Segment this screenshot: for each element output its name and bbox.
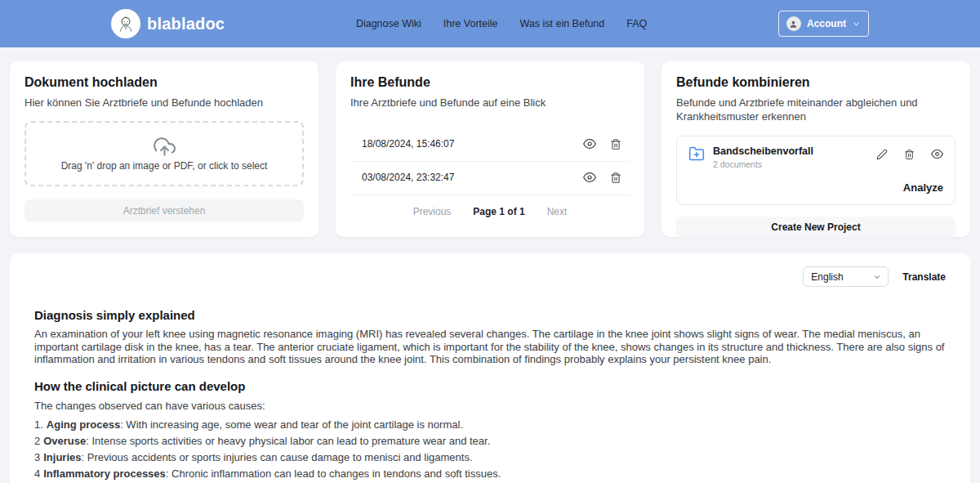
befund-row: 18/08/2024, 15:46:07 (350, 128, 630, 162)
upload-card-subtitle: Hier können Sie Arztbriefe und Befunde h… (24, 96, 304, 110)
befund-row: 03/08/2024, 23:32:47 (350, 162, 630, 195)
development-intro: The changes observed can have various ca… (34, 400, 946, 412)
translate-button[interactable]: Translate (902, 271, 946, 283)
cards-row: Dokument hochladen Hier können Sie Arztb… (0, 47, 980, 237)
app-header: blabladoc Diagnose Wiki Ihre Vorteile Wa… (0, 0, 980, 47)
upload-card-title: Dokument hochladen (24, 75, 304, 90)
project-card: Bandscheibenvorfall 2 documents (676, 136, 956, 205)
nav-item-ihre-vorteile[interactable]: Ihre Vorteile (443, 18, 498, 29)
diagnosis-paragraph: An examination of your left knee using m… (34, 328, 946, 366)
befunde-card: Ihre Befunde Ihre Arztbriefe und Befunde… (336, 61, 644, 237)
analyze-button[interactable]: Analyze (903, 181, 943, 194)
page-indicator: Page 1 of 1 (473, 206, 524, 217)
analyze-row: Analyze (688, 180, 943, 195)
list-item: 4Inflammatory processes: Chronic inflamm… (34, 466, 946, 482)
upload-card: Dokument hochladen Hier können Sie Arztb… (10, 61, 318, 237)
delete-project-button[interactable] (904, 149, 915, 160)
cause-description: : Intense sports activities or heavy phy… (86, 435, 490, 447)
diagnosis-heading: Diagnosis simply explained (34, 308, 946, 323)
cause-term: Inflammatory processes (43, 467, 166, 480)
diagnosis-panel: English Translate Diagnosis simply expla… (10, 253, 970, 483)
create-new-project-button[interactable]: Create New Project (676, 217, 956, 238)
delete-befund-button[interactable] (610, 138, 621, 150)
view-project-button[interactable] (931, 148, 943, 160)
pagination: Previous Page 1 of 1 Next (350, 206, 630, 217)
cause-description: : With increasing age, some wear and tea… (120, 418, 463, 431)
list-item: 2Overuse: Intense sports activities or h… (34, 433, 946, 449)
avatar-icon (786, 16, 801, 31)
combine-card: Befunde kombinieren Befunde und Arztbrie… (662, 61, 970, 237)
arztbrief-verstehen-button[interactable]: Arztbrief verstehen (24, 199, 304, 221)
cause-number: 3 (34, 451, 40, 463)
project-header: Bandscheibenvorfall 2 documents (688, 145, 943, 169)
delete-befund-button[interactable] (610, 172, 621, 184)
befunde-card-title: Ihre Befunde (350, 75, 630, 90)
nav-item-diagnose-wiki[interactable]: Diagnose Wiki (356, 18, 421, 29)
development-heading: How the clinical picture can develop (34, 379, 946, 394)
trash-icon (904, 149, 915, 160)
cause-number: 2 (34, 435, 40, 447)
language-select-value: English (811, 271, 843, 283)
cause-description: : Previous accidents or sports injuries … (81, 451, 472, 463)
header-container: blabladoc Diagnose Wiki Ihre Vorteile Wa… (111, 0, 869, 47)
project-doc-count: 2 documents (713, 159, 813, 169)
cause-number: 1. (34, 418, 43, 431)
befund-timestamp: 03/08/2024, 23:32:47 (362, 172, 454, 183)
nav-item-was-ist-ein-befund[interactable]: Was ist ein Befund (519, 18, 604, 29)
main-nav: Diagnose Wiki Ihre Vorteile Was ist ein … (356, 18, 647, 29)
eye-icon (583, 171, 596, 184)
edit-project-button[interactable] (876, 149, 888, 160)
main-content: Dokument hochladen Hier können Sie Arztb… (0, 47, 980, 483)
project-actions (876, 145, 943, 160)
next-page-button[interactable]: Next (547, 206, 568, 217)
view-befund-button[interactable] (583, 171, 596, 184)
file-dropzone[interactable]: Drag 'n' drop an image or PDF, or click … (24, 121, 304, 186)
befund-row-actions (583, 137, 621, 150)
cause-list: 1.Aging process: With increasing age, so… (34, 417, 946, 483)
combine-card-title: Befunde kombinieren (676, 75, 956, 90)
befunde-list: 18/08/2024, 15:46:07 03/08/2024, 23:32:4… (350, 128, 630, 195)
cause-number: 4 (34, 467, 40, 480)
cloud-upload-icon (154, 136, 176, 158)
befund-row-actions (583, 171, 621, 184)
account-label: Account (807, 18, 846, 29)
view-befund-button[interactable] (583, 137, 596, 150)
list-item: 1.Aging process: With increasing age, so… (34, 417, 946, 433)
folder-plus-icon (688, 145, 705, 162)
translate-controls: English Translate (34, 266, 946, 287)
project-name: Bandscheibenvorfall (713, 145, 813, 158)
language-select[interactable]: English (803, 266, 889, 287)
cause-description: : Chronic inflammation can lead to chang… (166, 467, 501, 480)
blabladoc-logo-icon (111, 9, 140, 38)
previous-page-button[interactable]: Previous (413, 206, 452, 217)
befunde-card-subtitle: Ihre Arztbriefe und Befunde auf eine Bli… (350, 96, 630, 110)
brand[interactable]: blabladoc (111, 9, 225, 38)
befund-timestamp: 18/08/2024, 15:46:07 (362, 138, 454, 150)
project-text: Bandscheibenvorfall 2 documents (713, 145, 813, 169)
project-identity: Bandscheibenvorfall 2 documents (688, 145, 813, 169)
pencil-icon (876, 149, 888, 160)
trash-icon (610, 172, 621, 184)
account-button[interactable]: Account (778, 11, 869, 37)
eye-icon (931, 148, 943, 160)
eye-icon (583, 137, 596, 150)
list-item: 3Injuries: Previous accidents or sports … (34, 449, 946, 466)
chevron-down-icon (852, 20, 861, 29)
cause-term: Injuries (43, 451, 81, 463)
chevron-down-icon (873, 273, 881, 281)
cause-term: Aging process (47, 418, 120, 431)
combine-card-subtitle: Befunde und Arztbriefe miteinander abgle… (676, 96, 956, 123)
cause-term: Overuse (43, 435, 86, 447)
brand-name: blabladoc (147, 15, 225, 34)
dropzone-text: Drag 'n' drop an image or PDF, or click … (61, 160, 268, 172)
nav-item-faq[interactable]: FAQ (626, 18, 647, 29)
trash-icon (610, 138, 621, 150)
